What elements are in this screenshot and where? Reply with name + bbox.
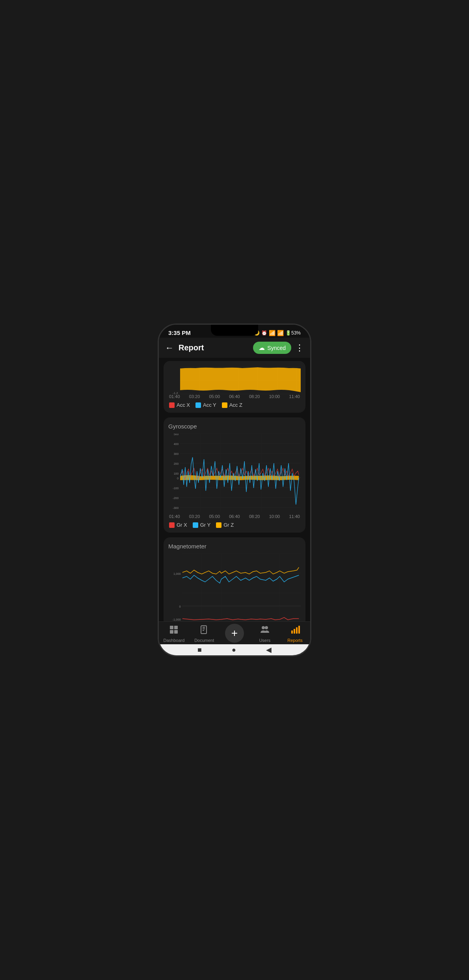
- more-button[interactable]: ⋮: [295, 343, 304, 353]
- nav-users[interactable]: Users: [249, 625, 280, 643]
- mag-title: Magnetometer: [168, 543, 301, 550]
- wifi-icon: 📶: [277, 330, 284, 336]
- gyro-y-dot: [193, 522, 198, 528]
- home-bar: ■ ● ◀: [159, 644, 310, 655]
- accel-time-0: 01:40: [169, 394, 180, 399]
- home-button[interactable]: ●: [232, 646, 236, 654]
- gyro-title: Gyroscope: [168, 423, 301, 430]
- accel-legend-y: Acc Y: [195, 402, 216, 408]
- nav-add[interactable]: +: [220, 625, 250, 643]
- reports-label: Reports: [287, 638, 303, 643]
- header-actions: ☁ Synced ⋮: [253, 342, 304, 354]
- svg-text:300: 300: [174, 452, 179, 456]
- synced-button[interactable]: ☁ Synced: [253, 342, 291, 354]
- gyro-time-labels: 01:40 03:20 05:00 06:40 08:20 10:00 11:4…: [168, 514, 301, 519]
- mag-chart-area: 1,000 0 -1,000: [168, 554, 301, 621]
- svg-text:400: 400: [174, 442, 179, 446]
- svg-text:-1,000: -1,000: [173, 618, 181, 621]
- accel-chart-area: -1.2: [168, 367, 301, 394]
- svg-rect-62: [291, 630, 293, 634]
- back-gesture[interactable]: ◀: [266, 645, 272, 654]
- svg-text:0: 0: [177, 477, 179, 480]
- mag-chart-svg: 1,000 0 -1,000: [168, 554, 301, 621]
- gyroscope-card: Gyroscope: [164, 417, 305, 533]
- nav-reports[interactable]: Reports: [280, 625, 310, 643]
- gyro-time-3: 06:40: [229, 514, 240, 519]
- gyro-chart-svg: 500 400 300 200 100 0 -100 -200 -300: [168, 434, 301, 512]
- add-button[interactable]: +: [225, 624, 244, 643]
- magnetometer-card: Magnetometer: [164, 537, 305, 621]
- svg-rect-63: [294, 629, 295, 634]
- status-icons: 🌙 ⏰ 📶 📶 🔋53%: [254, 330, 301, 336]
- accel-time-6: 11:40: [289, 394, 300, 399]
- accel-x-dot: [169, 402, 175, 408]
- users-icon: [260, 625, 270, 637]
- svg-text:-300: -300: [173, 506, 179, 510]
- accel-legend-x: Acc X: [169, 402, 190, 408]
- svg-text:200: 200: [174, 462, 179, 466]
- document-icon: [199, 625, 209, 637]
- svg-rect-65: [298, 626, 300, 634]
- nav-dashboard[interactable]: Dashboard: [159, 625, 189, 643]
- dashboard-label: Dashboard: [163, 638, 184, 643]
- status-time: 3:35 PM: [168, 329, 191, 336]
- svg-rect-52: [170, 626, 173, 629]
- svg-rect-53: [174, 626, 178, 629]
- gyro-x-label: Gr X: [177, 522, 187, 528]
- gyro-z-dot: [216, 522, 221, 528]
- svg-text:-1.2: -1.2: [173, 391, 178, 394]
- svg-rect-55: [174, 630, 178, 634]
- back-button[interactable]: ←: [165, 343, 174, 353]
- gyro-chart-area: 500 400 300 200 100 0 -100 -200 -300: [168, 434, 301, 512]
- accel-z-dot: [222, 402, 227, 408]
- accel-chart-svg: -1.2: [168, 367, 301, 394]
- gyro-legend: Gr X Gr Y Gr Z: [168, 522, 301, 528]
- synced-label: Synced: [267, 345, 286, 351]
- accel-time-1: 03:20: [189, 394, 200, 399]
- svg-rect-64: [296, 627, 298, 634]
- svg-text:1,000: 1,000: [173, 572, 181, 576]
- gyro-time-2: 05:00: [209, 514, 220, 519]
- accel-time-3: 06:40: [229, 394, 240, 399]
- accel-time-4: 08:20: [249, 394, 260, 399]
- gyro-z-label: Gr Z: [223, 522, 234, 528]
- svg-rect-36: [182, 554, 301, 621]
- gyro-legend-z: Gr Z: [216, 522, 234, 528]
- gyro-time-1: 03:20: [189, 514, 200, 519]
- svg-point-61: [265, 626, 268, 629]
- accel-time-2: 05:00: [209, 394, 220, 399]
- svg-text:0: 0: [179, 605, 181, 608]
- add-icon: +: [231, 628, 238, 639]
- accel-legend-z: Acc Z: [222, 402, 242, 408]
- dashboard-icon: [169, 625, 179, 637]
- gyro-time-5: 10:00: [269, 514, 280, 519]
- svg-point-60: [262, 626, 265, 629]
- nav-document[interactable]: Document: [189, 625, 220, 643]
- gyro-legend-x: Gr X: [169, 522, 187, 528]
- svg-text:-200: -200: [173, 496, 179, 500]
- accel-z-label: Acc Z: [229, 402, 242, 408]
- accel-x-label: Acc X: [177, 402, 190, 408]
- notch: [211, 325, 258, 336]
- users-label: Users: [259, 638, 270, 643]
- document-label: Document: [194, 638, 214, 643]
- cloud-icon: ☁: [259, 344, 265, 352]
- accel-legend: Acc X Acc Y Acc Z: [168, 402, 301, 408]
- stop-button[interactable]: ■: [197, 646, 202, 654]
- gyro-time-0: 01:40: [169, 514, 180, 519]
- svg-text:500: 500: [174, 434, 179, 436]
- gyro-y-label: Gr Y: [200, 522, 211, 528]
- accel-y-dot: [195, 402, 201, 408]
- gyro-time-6: 11:40: [289, 514, 300, 519]
- accelerometer-card: -1.2 01:40 03:20 05:00 06:40 08:20 10:00…: [164, 361, 305, 413]
- battery-icon: 🔋53%: [285, 330, 301, 336]
- signal-icon: 📶: [269, 330, 275, 336]
- header: ← Report ☁ Synced ⋮: [159, 338, 310, 358]
- bottom-nav: Dashboard Document +: [159, 621, 310, 644]
- phone-frame: 3:35 PM 🌙 ⏰ 📶 📶 🔋53% ← Report ☁ Synced ⋮: [158, 324, 311, 656]
- page-title: Report: [179, 343, 204, 352]
- gyro-x-dot: [169, 522, 175, 528]
- svg-text:-100: -100: [173, 486, 179, 490]
- content: -1.2 01:40 03:20 05:00 06:40 08:20 10:00…: [159, 358, 310, 621]
- accel-time-5: 10:00: [269, 394, 280, 399]
